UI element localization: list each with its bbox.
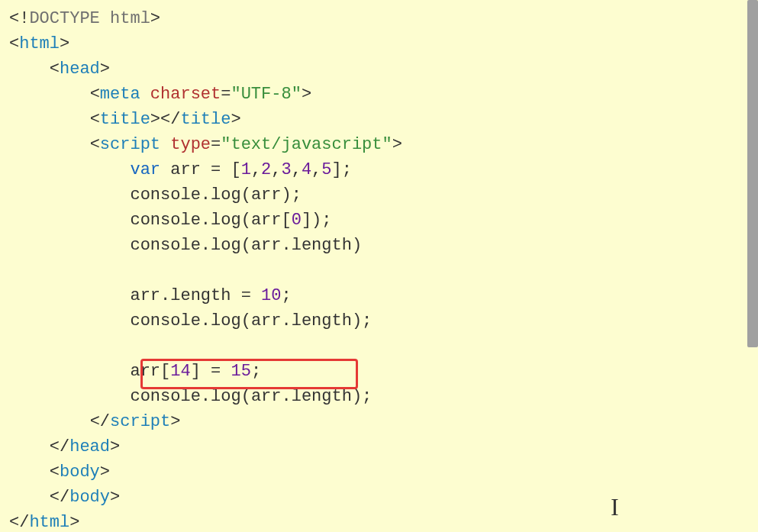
code-line: console.log(arr); <box>9 182 749 208</box>
code-line: console.log(arr.length); <box>9 308 749 334</box>
code-line: <script type="text/javascript"> <box>9 132 749 157</box>
code-line: var arr = [1,2,3,4,5]; <box>9 157 749 182</box>
code-line: </script> <box>9 409 749 434</box>
code-line: </body> <box>9 485 749 510</box>
code-line <box>9 334 749 359</box>
code-editor[interactable]: <!DOCTYPE html> <html> <head> <meta char… <box>9 6 749 532</box>
code-line: <body> <box>9 459 749 485</box>
code-line: console.log(arr[0]); <box>9 208 749 233</box>
code-line: <html> <box>9 31 749 56</box>
code-line: </head> <box>9 434 749 459</box>
code-line: console.log(arr.length); <box>9 384 749 409</box>
code-line: <meta charset="UTF-8"> <box>9 82 749 107</box>
code-line: arr.length = 10; <box>9 283 749 308</box>
code-line: <head> <box>9 56 749 82</box>
text-cursor-icon: I <box>611 488 619 525</box>
vertical-scrollbar[interactable] <box>747 0 758 347</box>
code-line: console.log(arr.length) <box>9 233 749 258</box>
code-line <box>9 258 749 283</box>
code-line: <!DOCTYPE html> <box>9 6 749 31</box>
code-line: <title></title> <box>9 107 749 132</box>
code-line: arr[14] = 15; <box>9 359 749 384</box>
code-line: </html> <box>9 510 749 532</box>
